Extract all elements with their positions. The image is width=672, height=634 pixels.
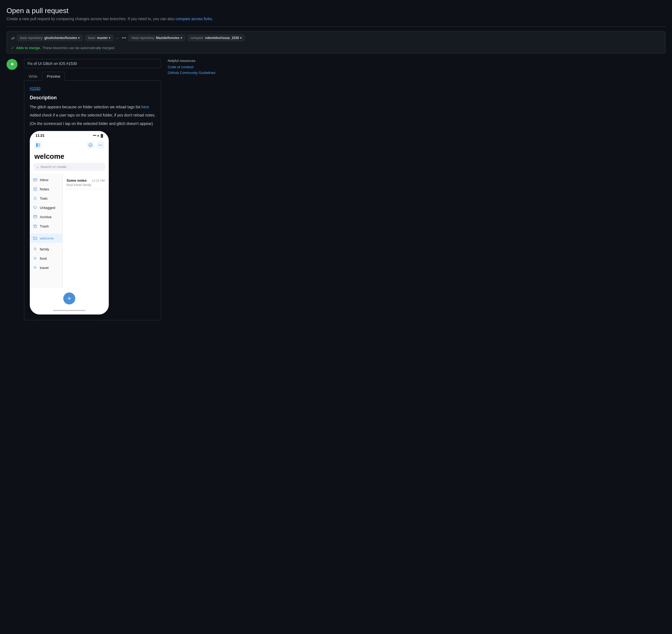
phone-time: 11:21 [35,134,45,138]
phone-compose-icon [87,141,94,149]
helpful-resources-title: Helpful resources [168,59,228,63]
branch-swap-icon: ⇄ [11,36,15,41]
description-line2: Added check if a user taps on the select… [30,112,155,118]
compare-arrow-icon: ← [116,36,119,40]
tag-family-icon [33,246,38,252]
svg-rect-0 [36,143,38,147]
phone-fab-button[interactable]: + [63,292,75,304]
merge-status: ✓ Able to merge. These branches can be a… [11,46,661,50]
todo-icon [33,196,38,201]
phone-note-preview: food travel family [67,183,105,187]
svg-point-3 [99,145,99,146]
phone-search-icon: ⌕ [37,165,39,169]
code-of-conduct-link[interactable]: Code of conduct [168,65,228,69]
phone-sidebar-item-archive[interactable]: Archive [30,212,63,221]
phone-sidebar: Inbox Notes [30,173,63,288]
description-heading: Description [30,95,155,101]
phone-body: Inbox Notes [30,173,109,288]
issue-ref-link[interactable]: #1530 [30,86,155,91]
phone-note-time: 11:21 PM [92,179,105,182]
compare-across-forks-link[interactable]: compare across forks. [175,17,213,21]
phone-sidebar-label-welcome: welcome [40,236,54,240]
untagged-icon [33,205,38,210]
tab-preview[interactable]: Preview [42,72,65,81]
description-here-link[interactable]: here [141,105,149,109]
phone-sidebar-label-family: family [40,247,49,251]
phone-sidebar-label-untagged: Untagged [40,206,55,210]
svg-rect-16 [34,225,37,228]
phone-status-bar: 11:21 ••• ▸ ▓ [30,131,109,139]
phone-sidebar-item-travel-tag[interactable]: travel [30,263,63,272]
phone-sidebar-item-notes[interactable]: Notes [30,184,63,194]
compare-branch-select[interactable]: compare: ndemidov/issue_1530 ▾ [187,34,245,41]
phone-sidebar-label-archive: Archive [40,215,51,219]
branch-bar: ⇄ base repository: glushchenko/fsnotes ▾… [6,31,666,53]
community-guidelines-link[interactable]: GitHub Community Guidelines [168,71,228,75]
phone-home-bar [53,310,86,311]
phone-fab-area: + [30,288,109,308]
phone-sidebar-item-inbox[interactable]: Inbox [30,175,63,184]
phone-note-header: Some notes 11:21 PM [67,179,105,183]
phone-sidebar-item-welcome-folder[interactable]: welcome [30,234,63,243]
phone-sidebar-label-trash: Trash [40,224,49,228]
phone-sidebar-item-trash[interactable]: Trash [30,221,63,231]
phone-app-header [30,139,109,151]
description-line1: The glitch appears because on folder sel… [30,104,155,110]
phone-more-icon [97,141,104,149]
user-avatar: ✦ [6,59,18,70]
phone-sidebar-item-todo[interactable]: Todo [30,194,63,203]
tab-write[interactable]: Write [24,72,42,81]
page-title: Open a pull request [6,6,666,15]
svg-rect-14 [33,215,37,216]
phone-home-indicator [30,308,109,314]
phone-sidebar-item-untagged[interactable]: Untagged [30,203,63,212]
phone-mockup: 11:21 ••• ▸ ▓ [30,131,109,314]
pr-form-area: ✦ Write Preview #1530 Description The gl… [6,59,161,320]
pr-form-main: Write Preview #1530 Description The glit… [24,59,161,320]
phone-sidebar-label-travel: travel [40,266,49,270]
helpful-resources-sidebar: Helpful resources Code of conduct GitHub… [168,59,228,76]
preview-area: #1530 Description The glitch appears bec… [24,81,161,320]
svg-point-4 [100,145,101,146]
phone-sidebar-label-inbox: Inbox [40,178,49,182]
top-divider [6,26,666,27]
phone-note-title: Some notes [67,179,87,183]
phone-app-title: welcome [30,151,109,163]
base-branch-select[interactable]: base: master ▾ [85,34,114,41]
main-layout: ✦ Write Preview #1530 Description The gl… [6,59,666,320]
tag-food-icon [33,256,38,261]
head-repo-select[interactable]: head repository: Mazide/fsnotes ▾ [128,34,185,41]
page-subtitle: Create a new pull request by comparing c… [6,17,666,21]
phone-sidebar-item-family-tag[interactable]: family [30,244,63,254]
phone-sidebar-label-food: food [40,256,47,260]
phone-search-bar[interactable]: ⌕ Search or create [33,163,105,171]
pr-title-input[interactable] [24,59,161,68]
svg-rect-1 [38,143,40,147]
more-options-icon[interactable]: ••• [122,36,126,40]
folder-icon [33,236,38,241]
notes-icon [33,187,38,191]
base-repo-select[interactable]: base repository: glushchenko/fsnotes ▾ [17,34,82,41]
tag-travel-icon [33,265,38,270]
description-line3: (On the screencast I tap on the selected… [30,121,155,126]
archive-icon [33,214,38,219]
phone-sidebar-label-todo: Todo [40,196,47,201]
phone-status-icons: ••• ▸ ▓ [93,134,103,138]
trash-icon [33,224,38,229]
svg-point-5 [101,145,102,146]
phone-sidebar-item-food-tag[interactable]: food [30,254,63,263]
tab-bar: Write Preview [24,71,161,81]
phone-sidebar-toggle-icon [34,141,42,149]
phone-sidebar-label-notes: Notes [40,187,49,191]
inbox-icon [33,177,38,182]
svg-rect-7 [34,187,37,191]
phone-notes-area: Some notes 11:21 PM food travel family [63,173,109,288]
phone-search-placeholder: Search or create [40,165,67,169]
phone-note-item[interactable]: Some notes 11:21 PM food travel family [66,176,106,189]
